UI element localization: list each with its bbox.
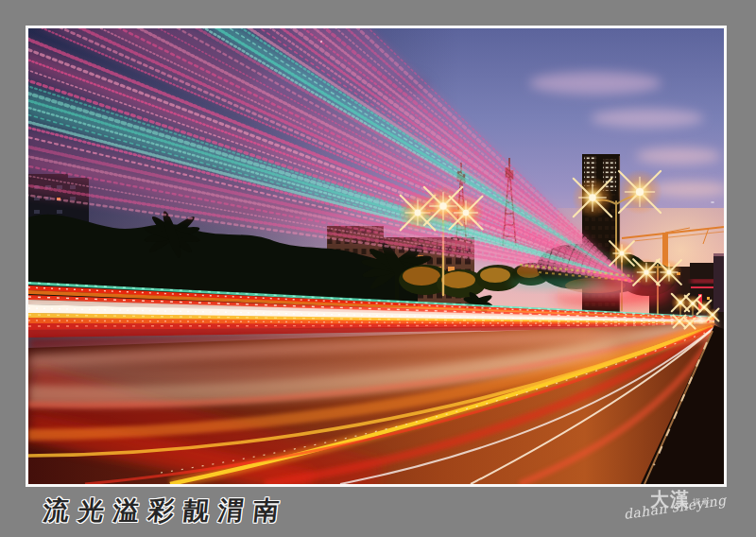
calligraphy-caption: 流光溢彩靓渭南 bbox=[42, 494, 290, 528]
road bbox=[28, 323, 724, 484]
moon-sliver bbox=[711, 201, 714, 203]
photographer-watermark: 大漢 摄影 dahan sheying bbox=[622, 490, 745, 522]
photo-frame bbox=[26, 26, 727, 487]
night-street-scene bbox=[28, 28, 724, 484]
framed-photograph-page: { "frame": { "matte_color": "#828282", "… bbox=[0, 0, 756, 537]
